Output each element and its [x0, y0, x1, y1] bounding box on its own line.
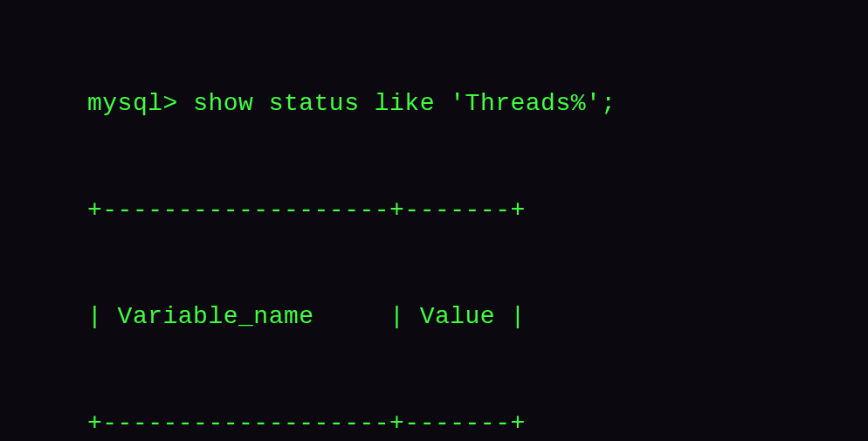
command-line: mysql> show status like 'Threads%';: [0, 86, 868, 122]
table-border-top: +-------------------+-------+: [0, 193, 868, 229]
prompt: mysql>: [87, 90, 193, 117]
terminal-output: mysql> show status like 'Threads%'; +---…: [0, 16, 868, 441]
command-text: show status like 'Threads%';: [193, 90, 616, 117]
table-header-row: | Variable_name | Value |: [0, 300, 868, 335]
table-border-mid: +-------------------+-------+: [0, 406, 868, 441]
